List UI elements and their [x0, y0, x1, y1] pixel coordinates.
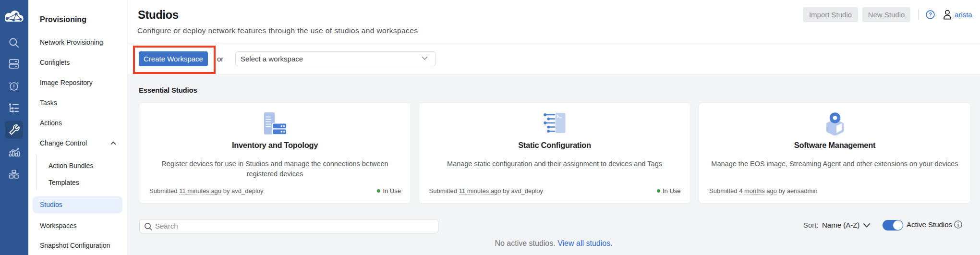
svg-text:?: ? [929, 12, 932, 17]
